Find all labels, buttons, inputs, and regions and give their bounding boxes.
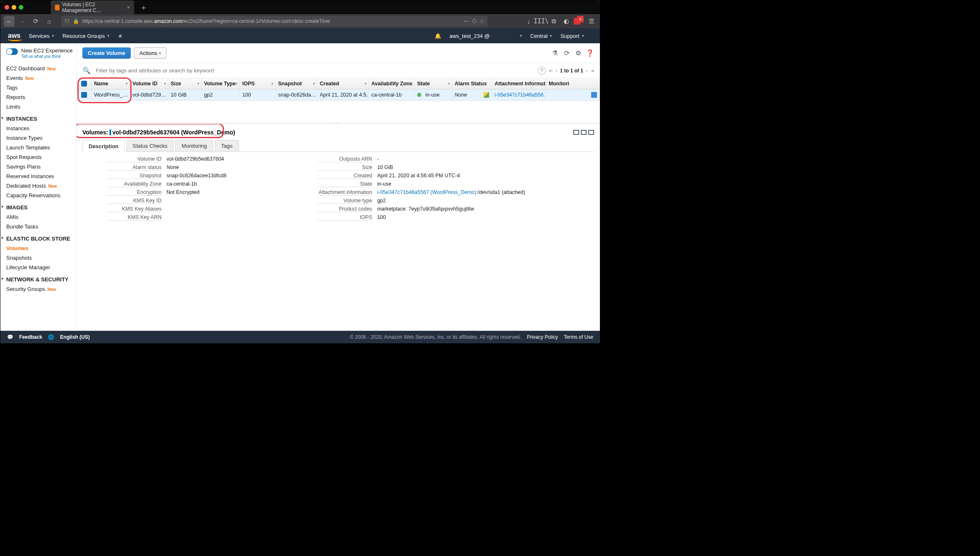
- feedback-link[interactable]: Feedback: [19, 334, 42, 340]
- cell-volume-id: vol-0dbd729…: [130, 89, 168, 100]
- close-tab-icon[interactable]: ×: [127, 5, 130, 10]
- cell-attachment-link[interactable]: i-05e347c71b46a556…: [492, 89, 546, 100]
- col-attachment[interactable]: Attachment Informati…▾: [492, 78, 546, 89]
- sidebar-header-ebs[interactable]: ELASTIC BLOCK STORE: [6, 231, 75, 243]
- nav-region[interactable]: Central▾: [530, 33, 552, 39]
- nav-support[interactable]: Support▾: [560, 33, 584, 39]
- sidebar-item-reports[interactable]: Reports: [6, 92, 75, 102]
- col-alarm[interactable]: Alarm Status: [452, 78, 492, 89]
- new-experience-toggle[interactable]: New EC2 Experience Tell us what you thin…: [6, 47, 75, 59]
- action-toolbar: Create Volume Actions ▾ ⚗ ⟳ ⚙ ❓: [77, 43, 600, 63]
- notifications-icon[interactable]: 🔔: [435, 33, 441, 39]
- experiments-icon[interactable]: ⚗: [551, 49, 559, 57]
- sidebar-item-security-groups[interactable]: Security Groups New: [6, 284, 75, 294]
- hamburger-icon[interactable]: ☰: [586, 16, 597, 27]
- sidebar-item-bundle[interactable]: Bundle Tasks: [6, 222, 75, 231]
- tab-description[interactable]: Description: [82, 140, 125, 152]
- globe-icon[interactable]: 🌐: [48, 334, 54, 340]
- sidebar-item-tags[interactable]: Tags: [6, 83, 75, 92]
- tab-tags[interactable]: Tags: [215, 140, 239, 151]
- cell-monitoring[interactable]: [546, 89, 600, 100]
- extension-icon[interactable]: 4: [573, 16, 584, 27]
- attachment-link[interactable]: i-05e347c71b46a5567 (WordPress_Demo): [377, 189, 476, 195]
- sidebar-item-volumes[interactable]: Volumes: [6, 243, 75, 253]
- bookmark-star-icon[interactable]: ☆: [480, 18, 484, 24]
- pocket-icon[interactable]: ⬡: [472, 18, 476, 24]
- tab-monitoring[interactable]: Monitoring: [175, 140, 213, 151]
- library-icon[interactable]: III\: [536, 16, 547, 27]
- sidebar-item-reserved[interactable]: Reserved Instances: [6, 171, 75, 181]
- sidebar-item-snapshots[interactable]: Snapshots: [6, 253, 75, 263]
- page-prev-icon[interactable]: ‹: [556, 68, 557, 74]
- col-az[interactable]: Availability Zone▾: [369, 78, 415, 89]
- col-state[interactable]: State▾: [415, 78, 452, 89]
- sidebar-item-limits[interactable]: Limits: [6, 102, 75, 112]
- home-button[interactable]: ⌂: [44, 16, 55, 27]
- toggle-icon[interactable]: [6, 48, 18, 55]
- downloads-icon[interactable]: ↓: [523, 16, 534, 27]
- select-all-checkbox[interactable]: [77, 78, 92, 89]
- cell-size: 10 GiB: [168, 89, 201, 100]
- sidebar-item-spot[interactable]: Spot Requests: [6, 152, 75, 162]
- aws-footer: 💬 Feedback 🌐 English (US) © 2008 - 2020,…: [0, 331, 600, 343]
- window-min-dot[interactable]: [12, 5, 16, 10]
- col-volume-id[interactable]: Volume ID▾: [130, 78, 168, 89]
- sidebar-item-lifecycle[interactable]: Lifecycle Manager: [6, 263, 75, 272]
- row-checkbox[interactable]: [77, 89, 92, 100]
- sidebar-item-capacity[interactable]: Capacity Reservations: [6, 191, 75, 200]
- sidebar-header-instances[interactable]: INSTANCES: [6, 112, 75, 124]
- url-bar[interactable]: 🛡 🔒 https://ca-central-1.console.aws.ama…: [61, 16, 488, 27]
- sidebar-item-events[interactable]: Events New: [6, 73, 75, 83]
- page-next-icon[interactable]: ›: [586, 68, 587, 74]
- feedback-icon[interactable]: 💬: [7, 334, 13, 340]
- sidebar-item-dashboard[interactable]: EC2 Dashboard New: [6, 64, 75, 73]
- nav-resource-groups[interactable]: Resource Groups▾: [62, 33, 109, 39]
- refresh-icon[interactable]: ⟳: [562, 49, 571, 57]
- page-last-icon[interactable]: ⇥: [590, 68, 594, 74]
- pin-icon[interactable]: ★: [118, 33, 123, 39]
- col-iops[interactable]: IOPS▾: [240, 78, 276, 89]
- alarm-icon[interactable]: [483, 92, 489, 98]
- nav-services[interactable]: Services▾: [29, 33, 54, 39]
- tab-status-checks[interactable]: Status Checks: [127, 140, 174, 151]
- layout-switch[interactable]: [573, 130, 594, 135]
- meatball-icon[interactable]: ⋯: [464, 18, 469, 24]
- browser-tab[interactable]: Volumes | EC2 Management C… ×: [51, 0, 134, 14]
- sidebar-item-launch-templates[interactable]: Launch Templates: [6, 143, 75, 152]
- col-created[interactable]: Created▾: [317, 78, 369, 89]
- create-volume-button[interactable]: Create Volume: [82, 47, 131, 59]
- main-panel: Create Volume Actions ▾ ⚗ ⟳ ⚙ ❓ 🔍 ? ⇤ ‹ …: [77, 43, 600, 330]
- reload-button[interactable]: ⟳: [30, 16, 41, 27]
- table-row[interactable]: WordPress_… vol-0dbd729… 10 GiB gp2 100 …: [77, 89, 600, 101]
- account-icon[interactable]: ◐: [561, 16, 572, 27]
- sidebar-item-amis[interactable]: AMIs: [6, 212, 75, 222]
- window-close-dot[interactable]: [5, 5, 9, 10]
- sidebar-item-dedicated[interactable]: Dedicated Hosts New: [6, 181, 75, 191]
- sidebar-item-instance-types[interactable]: Instance Types: [6, 133, 75, 143]
- privacy-link[interactable]: Privacy Policy: [527, 334, 558, 340]
- language-link[interactable]: English (US): [60, 334, 90, 340]
- col-volume-type[interactable]: Volume Type▾: [201, 78, 240, 89]
- col-monitoring[interactable]: Monitori: [546, 78, 600, 89]
- terms-link[interactable]: Terms of Use: [564, 334, 593, 340]
- settings-gear-icon[interactable]: ⚙: [574, 49, 582, 57]
- new-tab-button[interactable]: ＋: [137, 0, 150, 14]
- sidebar-header-network[interactable]: NETWORK & SECURITY: [6, 272, 75, 284]
- sidebar-icon[interactable]: ⧉: [548, 16, 559, 27]
- help-icon[interactable]: ❓: [586, 49, 594, 57]
- snapshot-link[interactable]: snap-0c626dacee13dfcd8: [167, 173, 226, 179]
- sidebar-item-instances[interactable]: Instances: [6, 124, 75, 133]
- filter-help-icon[interactable]: ?: [537, 67, 546, 75]
- aws-logo[interactable]: aws: [8, 32, 22, 40]
- sidebar-item-savings[interactable]: Savings Plans: [6, 162, 75, 171]
- col-size[interactable]: Size▾: [168, 78, 201, 89]
- filter-input[interactable]: [94, 66, 534, 75]
- back-button[interactable]: ←: [4, 16, 15, 27]
- page-first-icon[interactable]: ⇤: [549, 68, 553, 74]
- col-name[interactable]: Name▾: [92, 78, 130, 89]
- nav-account[interactable]: aws_test_234 @▾: [450, 33, 522, 39]
- window-max-dot[interactable]: [19, 5, 23, 10]
- sidebar-header-images[interactable]: IMAGES: [6, 200, 75, 212]
- col-snapshot[interactable]: Snapshot▾: [276, 78, 317, 89]
- actions-button[interactable]: Actions ▾: [134, 47, 167, 59]
